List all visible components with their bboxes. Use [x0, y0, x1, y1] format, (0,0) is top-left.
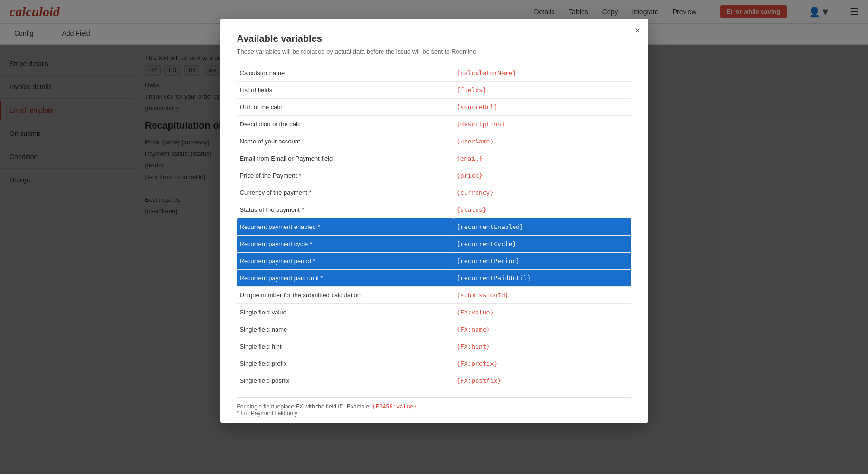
table-row: Single field postfix{FX:postfix}	[237, 372, 631, 389]
table-row: Currency of the payment *{currency}	[237, 184, 631, 201]
table-row: Recurrent payment period *{recurrentPeri…	[237, 253, 631, 270]
variable-label: URL of the calc	[237, 99, 454, 116]
variable-value: {currency}	[454, 184, 631, 201]
variable-label: Recurrent payment paid until *	[237, 270, 454, 287]
variable-label: Single field value	[237, 304, 454, 321]
variable-value: {price}	[454, 167, 631, 184]
variable-label: Single field postfix	[237, 372, 454, 389]
modal-subtitle: These variables will be replaced by actu…	[237, 48, 631, 55]
variable-label: Name of your account	[237, 133, 454, 150]
variable-value: {fields}	[454, 82, 631, 99]
variable-value: {calculatorName}	[454, 65, 631, 82]
table-row: Recurrent payment enabled *{recurrentEna…	[237, 218, 631, 236]
variables-table: Calculator name{calculatorName}List of f…	[237, 65, 631, 389]
variable-value: {FX:prefix}	[454, 355, 631, 372]
table-row: Recurrent payment paid until *{recurrent…	[237, 270, 631, 287]
table-row: Price of the Payment *{price}	[237, 167, 631, 184]
variable-label: Email from Email or Payment field	[237, 150, 454, 167]
variable-label: Description of the calc	[237, 116, 454, 133]
variable-value: {status}	[454, 201, 631, 218]
variable-label: Currency of the payment *	[237, 184, 454, 201]
table-row: List of fields{fields}	[237, 82, 631, 99]
variable-label: Calculator name	[237, 65, 454, 82]
table-row: Recurrent payment cycle *{recurrentCycle…	[237, 236, 631, 253]
variable-value: {recurrentPeriod}	[454, 253, 631, 270]
table-row: URL of the calc{sourceUrl}	[237, 99, 631, 116]
table-row: Description of the calc{description}	[237, 116, 631, 133]
variable-value: {email}	[454, 150, 631, 167]
footer-asterisk: * For Payment field only	[237, 410, 297, 417]
variable-value: {description}	[454, 116, 631, 133]
modal-close-button[interactable]: ×	[635, 26, 640, 35]
table-row: Single field hint{FX:hint}	[237, 338, 631, 355]
table-row: Single field name{FX:name}	[237, 321, 631, 338]
variable-value: {FX:name}	[454, 321, 631, 338]
variable-value: {recurrentEnabled}	[454, 218, 631, 236]
modal-title: Available variables	[237, 33, 631, 44]
modal-dialog: × Available variables These variables wi…	[220, 19, 648, 423]
table-row: Calculator name{calculatorName}	[237, 65, 631, 82]
table-row: Unique number for the submitted calculat…	[237, 287, 631, 304]
variable-label: Single field hint	[237, 338, 454, 355]
variable-value: {FX:postfix}	[454, 372, 631, 389]
variable-value: {recurrentPaidUntil}	[454, 270, 631, 287]
variable-value: {userName}	[454, 133, 631, 150]
variable-value: {submissionId}	[454, 287, 631, 304]
variable-label: List of fields	[237, 82, 454, 99]
variable-label: Unique number for the submitted calculat…	[237, 287, 454, 304]
footer-note: For single field replace FX with the fie…	[237, 403, 371, 410]
footer-example: {F3456:value}	[372, 403, 417, 410]
variable-value: {FX:value}	[454, 304, 631, 321]
variable-label: Recurrent payment cycle *	[237, 236, 454, 253]
variable-label: Recurrent payment enabled *	[237, 218, 454, 236]
table-row: Single field prefix{FX:prefix}	[237, 355, 631, 372]
variable-label: Price of the Payment *	[237, 167, 454, 184]
table-row: Status of the payment *{status}	[237, 201, 631, 218]
variable-label: Single field name	[237, 321, 454, 338]
variable-value: {sourceUrl}	[454, 99, 631, 116]
table-row: Name of your account{userName}	[237, 133, 631, 150]
modal-footer: For single field replace FX with the fie…	[237, 397, 631, 417]
variable-label: Single field prefix	[237, 355, 454, 372]
variable-label: Recurrent payment period *	[237, 253, 454, 270]
table-row: Single field value{FX:value}	[237, 304, 631, 321]
variable-value: {recurrentCycle}	[454, 236, 631, 253]
table-row: Email from Email or Payment field{email}	[237, 150, 631, 167]
modal-overlay: × Available variables These variables wi…	[0, 0, 868, 474]
variable-label: Status of the payment *	[237, 201, 454, 218]
variable-value: {FX:hint}	[454, 338, 631, 355]
